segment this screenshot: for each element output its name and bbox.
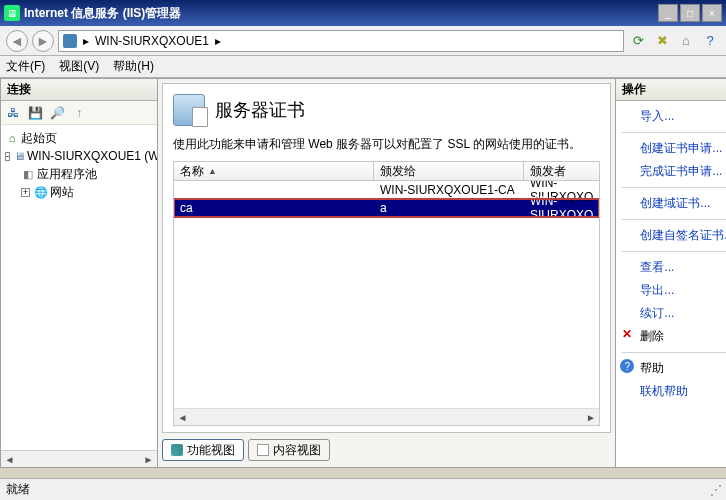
up-icon[interactable]: ↑	[71, 105, 87, 121]
actions-panel: 操作 导入... 创建证书申请... 完成证书申请... 创建域证书... 创建…	[616, 78, 726, 468]
scroll-left-icon[interactable]: ◄	[174, 409, 191, 425]
action-delete[interactable]: ✕删除	[616, 325, 726, 348]
tree-home[interactable]: ⌂ 起始页	[5, 129, 155, 147]
menu-file[interactable]: 文件(F)	[6, 58, 45, 75]
tab-content[interactable]: 内容视图	[248, 439, 330, 461]
divider	[622, 251, 726, 252]
apppool-icon: ◧	[21, 167, 35, 181]
status-bar: 就绪 ⋰	[0, 478, 726, 500]
scroll-left-icon[interactable]: ◄	[1, 451, 18, 467]
action-online-help[interactable]: 联机帮助	[616, 380, 726, 403]
breadcrumb[interactable]: ▸ WIN-SIURXQXOUE1 ▸	[58, 30, 624, 52]
col-name[interactable]: 名称▲	[174, 162, 374, 180]
action-create-self[interactable]: 创建自签名证书...	[616, 224, 726, 247]
scroll-right-icon[interactable]: ►	[582, 409, 599, 425]
center-title-row: 服务器证书	[173, 94, 600, 126]
forward-button[interactable]: ►	[32, 30, 54, 52]
center-panel: 服务器证书 使用此功能来申请和管理 Web 服务器可以对配置了 SSL 的网站使…	[158, 78, 616, 468]
divider	[622, 219, 726, 220]
actions-header: 操作	[616, 79, 726, 101]
cert-icon	[173, 94, 205, 126]
delete-icon: ✕	[620, 327, 634, 341]
divider	[622, 132, 726, 133]
app-icon: 🖥	[4, 5, 20, 21]
tree-server-label: WIN-SIURXQXOUE1 (WIN	[27, 149, 157, 163]
refresh-button[interactable]: ⟳	[628, 31, 648, 51]
back-button[interactable]: ◄	[6, 30, 28, 52]
center-card: 服务器证书 使用此功能来申请和管理 Web 服务器可以对配置了 SSL 的网站使…	[162, 83, 611, 433]
home-icon: ⌂	[5, 131, 19, 145]
cell-issuer: WIN-SIURXQXO	[524, 194, 599, 222]
breadcrumb-server[interactable]: WIN-SIURXQXOUE1	[95, 34, 209, 48]
actions-list: 导入... 创建证书申请... 完成证书申请... 创建域证书... 创建自签名…	[616, 101, 726, 467]
help-button[interactable]: ?	[700, 31, 720, 51]
toolbar-right: ⟳ ✖ ⌂ ?	[628, 31, 720, 51]
cell-issuedto: a	[374, 201, 524, 215]
tree-apppool[interactable]: ◧ 应用程序池	[21, 165, 155, 183]
resize-grip-icon[interactable]: ⋰	[710, 483, 720, 497]
divider	[622, 187, 726, 188]
status-text: 就绪	[6, 481, 30, 498]
table-header: 名称▲ 颁发给 颁发者	[173, 161, 600, 181]
tree-server[interactable]: - 🖥 WIN-SIURXQXOUE1 (WIN	[5, 147, 155, 165]
scroll-track[interactable]	[18, 451, 140, 467]
window-title: Internet 信息服务 (IIS)管理器	[24, 5, 658, 22]
tree-sites[interactable]: + 🌐 网站	[21, 183, 155, 201]
sort-asc-icon: ▲	[208, 166, 217, 176]
collapse-icon[interactable]: -	[5, 152, 10, 161]
server-icon	[63, 34, 77, 48]
minimize-button[interactable]: _	[658, 4, 678, 22]
breadcrumb-sep: ▸	[215, 34, 221, 48]
action-import[interactable]: 导入...	[616, 105, 726, 128]
maximize-button[interactable]: □	[680, 4, 700, 22]
divider	[622, 352, 726, 353]
tree-sites-label: 网站	[50, 184, 74, 201]
table-body: WIN-SIURXQXOUE1-CA WIN-SIURXQXO ca a WIN…	[173, 181, 600, 426]
scroll-track[interactable]	[191, 409, 582, 425]
tree-home-label: 起始页	[21, 130, 57, 147]
col-issuer[interactable]: 颁发者	[524, 162, 599, 180]
connections-tree: ⌂ 起始页 - 🖥 WIN-SIURXQXOUE1 (WIN ◧ 应用程序池 +…	[1, 125, 157, 450]
home-button[interactable]: ⌂	[676, 31, 696, 51]
table-row[interactable]: ca a WIN-SIURXQXO	[174, 199, 599, 217]
server-icon: 🖥	[14, 149, 25, 163]
sites-icon: 🌐	[34, 185, 48, 199]
view-tabs: 功能视图 内容视图	[162, 437, 611, 463]
action-complete-csr[interactable]: 完成证书申请...	[616, 160, 726, 183]
center-scrollbar[interactable]: ◄ ►	[174, 408, 599, 425]
connections-header: 连接	[1, 79, 157, 101]
action-help[interactable]: ?帮助	[616, 357, 726, 380]
nav-icon[interactable]: 🔎	[49, 105, 65, 121]
title-bar: 🖥 Internet 信息服务 (IIS)管理器 _ □ ×	[0, 0, 726, 26]
close-button[interactable]: ×	[702, 4, 722, 22]
action-create-domain[interactable]: 创建域证书...	[616, 192, 726, 215]
content-icon	[257, 444, 269, 456]
scroll-right-icon[interactable]: ►	[140, 451, 157, 467]
menu-help[interactable]: 帮助(H)	[113, 58, 154, 75]
page-title: 服务器证书	[215, 98, 305, 122]
connections-panel: 连接 🖧 💾 🔎 ↑ ⌂ 起始页 - 🖥 WIN-SIURXQXOUE1 (WI…	[0, 78, 158, 468]
stop-button[interactable]: ✖	[652, 31, 672, 51]
connect-icon[interactable]: 🖧	[5, 105, 21, 121]
action-create-csr[interactable]: 创建证书申请...	[616, 137, 726, 160]
cell-name: ca	[174, 201, 374, 215]
expand-icon[interactable]: +	[21, 188, 30, 197]
help-icon: ?	[620, 359, 634, 373]
col-issuedto[interactable]: 颁发给	[374, 162, 524, 180]
tree-apppool-label: 应用程序池	[37, 166, 97, 183]
action-view[interactable]: 查看...	[616, 256, 726, 279]
connections-toolbar: 🖧 💾 🔎 ↑	[1, 101, 157, 125]
action-export[interactable]: 导出...	[616, 279, 726, 302]
page-description: 使用此功能来申请和管理 Web 服务器可以对配置了 SSL 的网站使用的证书。	[173, 136, 600, 153]
tab-features[interactable]: 功能视图	[162, 439, 244, 461]
breadcrumb-sep: ▸	[83, 34, 89, 48]
left-scrollbar[interactable]: ◄ ►	[1, 450, 157, 467]
features-icon	[171, 444, 183, 456]
window-buttons: _ □ ×	[658, 4, 722, 22]
menu-view[interactable]: 视图(V)	[59, 58, 99, 75]
save-icon[interactable]: 💾	[27, 105, 43, 121]
main-area: 连接 🖧 💾 🔎 ↑ ⌂ 起始页 - 🖥 WIN-SIURXQXOUE1 (WI…	[0, 78, 726, 468]
cell-issuedto: WIN-SIURXQXOUE1-CA	[374, 183, 524, 197]
menu-bar: 文件(F) 视图(V) 帮助(H)	[0, 56, 726, 78]
action-renew[interactable]: 续订...	[616, 302, 726, 325]
